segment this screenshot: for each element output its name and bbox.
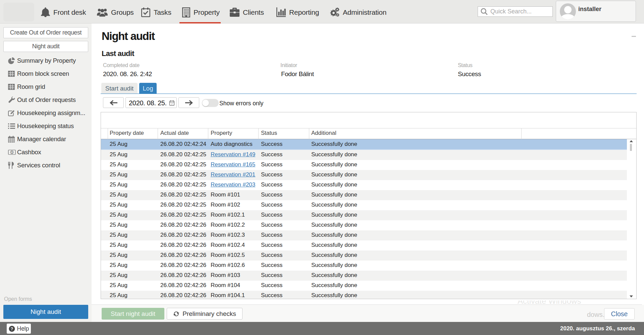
svg-text:?: ?: [10, 326, 13, 331]
svg-text:7: 7: [171, 103, 173, 106]
svg-text:1: 1: [11, 151, 13, 154]
